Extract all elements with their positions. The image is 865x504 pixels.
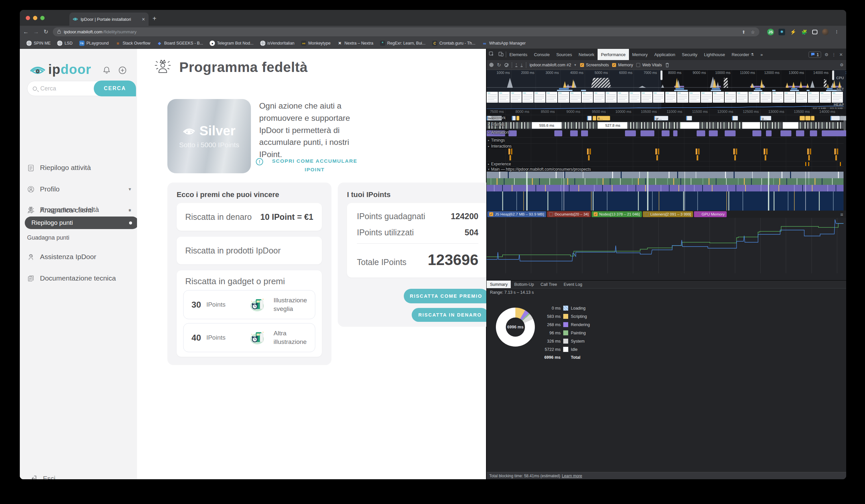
network-request-chip[interactable]	[732, 116, 738, 120]
bookmark-star-icon[interactable]: ☆	[751, 30, 755, 35]
interaction-bar[interactable]	[589, 149, 591, 154]
bookmark-item[interactable]: ≡Stack Overflow	[113, 39, 153, 47]
details-tab-bottom-up[interactable]: Bottom-Up	[511, 281, 537, 288]
interaction-bar[interactable]	[807, 149, 809, 154]
clear-recording-icon[interactable]	[505, 63, 508, 67]
counter-checkbox[interactable]	[549, 212, 553, 216]
redeem-cash-button[interactable]: RISCATTA IN DENARO	[412, 308, 488, 322]
new-tab-button[interactable]: +	[152, 15, 157, 22]
reward-products-row[interactable]: Riscatta in prodotti IpDoor	[177, 237, 322, 265]
filmstrip-screenshot[interactable]	[796, 92, 807, 103]
devtools-more-tabs-icon[interactable]: »	[757, 49, 766, 60]
memory-counters-chart[interactable]	[487, 218, 846, 273]
tracks-scrollbar[interactable]	[843, 117, 846, 131]
devtools-menu-kebab-icon[interactable]: ⋮	[832, 52, 836, 57]
browser-tab[interactable]: IpDoor | Portale installatori ✕	[69, 13, 149, 26]
network-request-chip[interactable]	[516, 116, 519, 120]
frame-duration-block[interactable]	[742, 122, 760, 129]
memory-checkbox[interactable]: ✓Memory	[612, 63, 633, 67]
filmstrip-screenshot[interactable]	[546, 92, 557, 103]
network-request-chip[interactable]	[587, 116, 592, 120]
interaction-bar[interactable]	[765, 155, 766, 161]
interaction-bar[interactable]	[655, 149, 657, 154]
layout-shift-tick[interactable]	[808, 162, 809, 166]
bookmark-item[interactable]: TSPLayground	[77, 39, 111, 47]
sidebar-item-guadagna-punti[interactable]: Guadagna punti	[27, 234, 69, 241]
devtools-tab-lighthouse[interactable]: Lighthouse	[701, 49, 728, 60]
interaction-bar[interactable]	[511, 149, 512, 154]
interaction-bar[interactable]	[587, 149, 589, 154]
filmstrip-screenshot[interactable]	[665, 92, 677, 103]
devtools-tab-performance[interactable]: Performance	[598, 49, 628, 60]
gadget-item[interactable]: 40IPointsAltra illustrazione	[183, 323, 315, 352]
animation-block[interactable]	[662, 130, 670, 136]
bookmark-item[interactable]: *RegExr: Learn, Bui...	[377, 39, 428, 47]
interaction-bar[interactable]	[736, 149, 737, 154]
filmstrip-screenshot[interactable]	[748, 92, 760, 103]
tab-close-icon[interactable]: ✕	[142, 17, 145, 22]
devtools-tab-elements[interactable]: Elements	[506, 49, 531, 60]
save-profile-icon[interactable]: ↓	[521, 63, 523, 67]
devtools-settings-gear-icon[interactable]: ⚙	[824, 52, 828, 57]
gadget-item[interactable]: 30IPointsIllustrazione sveglia	[183, 290, 315, 319]
track-network[interactable]: ▸Network	[488, 116, 506, 120]
filmstrip-screenshot[interactable]	[558, 92, 569, 103]
filmstrip-screenshot[interactable]	[677, 92, 688, 103]
interaction-bar[interactable]	[734, 155, 736, 161]
frame-duration-block[interactable]	[783, 122, 798, 129]
sidebar-item-riepilogo-punti[interactable]: Riepilogo punti	[25, 216, 139, 229]
extensions-puzzle-icon[interactable]: 🧩	[801, 29, 808, 35]
interaction-bar[interactable]	[658, 149, 659, 154]
device-toolbar-icon[interactable]	[496, 51, 506, 57]
filmstrip-screenshot[interactable]	[737, 92, 748, 103]
bookmark-item[interactable]: ●Telegram Bot Nod...	[207, 39, 256, 47]
counters-menu-icon[interactable]: ≡	[840, 212, 846, 217]
counter-chip[interactable]: GPU Memory	[694, 211, 727, 217]
filmstrip-screenshot[interactable]	[820, 92, 831, 103]
interaction-bar[interactable]	[509, 155, 511, 161]
avatar[interactable]	[822, 29, 829, 35]
interaction-bar[interactable]	[698, 149, 700, 154]
animation-block[interactable]	[641, 130, 654, 136]
console-messages-badge[interactable]: 1	[809, 51, 821, 58]
devtools-close-icon[interactable]: ✕	[839, 52, 843, 57]
devtools-tab-network[interactable]: Network	[575, 49, 598, 60]
filmstrip-screenshot[interactable]	[570, 92, 581, 103]
animation-block[interactable]	[581, 130, 588, 136]
details-tab-summary[interactable]: Summary	[487, 281, 511, 288]
filmstrip-screenshot[interactable]	[510, 92, 522, 103]
animation-block[interactable]	[796, 130, 804, 136]
layout-shift-tick[interactable]	[840, 162, 841, 166]
add-circle-icon[interactable]	[118, 66, 127, 74]
filmstrip-screenshot[interactable]	[725, 92, 736, 103]
filmstrip-screenshot[interactable]	[618, 92, 628, 103]
network-request-chip[interactable]	[830, 116, 840, 120]
learn-more-link[interactable]: Learn more	[562, 473, 582, 478]
close-window-button[interactable]	[26, 16, 30, 20]
bookmark-item[interactable]: ◆Board SGEEKS - B...	[154, 39, 206, 47]
interaction-bar[interactable]	[766, 149, 768, 154]
main-flame-chart[interactable]	[487, 172, 843, 211]
filmstrip-screenshot[interactable]	[498, 92, 510, 103]
filmstrip-screenshot[interactable]	[701, 92, 712, 103]
interaction-bar[interactable]	[508, 149, 510, 154]
frame-duration-block[interactable]	[681, 122, 699, 129]
interaction-bar[interactable]	[834, 149, 836, 154]
devtools-tab-security[interactable]: Security	[679, 49, 701, 60]
sidebar-item-programma-fedelta[interactable]: Programma fedeltà▴	[27, 204, 131, 215]
filmstrip-screenshot[interactable]	[606, 92, 617, 103]
filmstrip-screenshot[interactable]	[487, 92, 498, 103]
search-input[interactable]: Cerca	[40, 85, 94, 92]
history-dropdown[interactable]: ipdoor.mabiloft.com #2▼	[530, 63, 577, 67]
layout-shift-tick[interactable]	[805, 162, 806, 166]
logout-button[interactable]: Esci	[30, 474, 56, 479]
zoom-window-button[interactable]	[40, 16, 45, 20]
bookmark-item[interactable]: CCrontab.guru - Th...	[429, 39, 478, 47]
network-request-chip[interactable]	[686, 116, 692, 120]
sidebar-item-assistenza-ipdoor[interactable]: Assistenza IpDoor	[27, 251, 131, 262]
interaction-bar[interactable]	[808, 155, 810, 161]
filmstrip-screenshot[interactable]	[582, 92, 593, 103]
reward-cash-row[interactable]: Riscatta in denaro 10 IPoint = €1	[177, 203, 322, 231]
reload-and-record-icon[interactable]: ↻	[497, 62, 501, 68]
counter-chip[interactable]: Documents[20 – 34]	[547, 211, 591, 217]
